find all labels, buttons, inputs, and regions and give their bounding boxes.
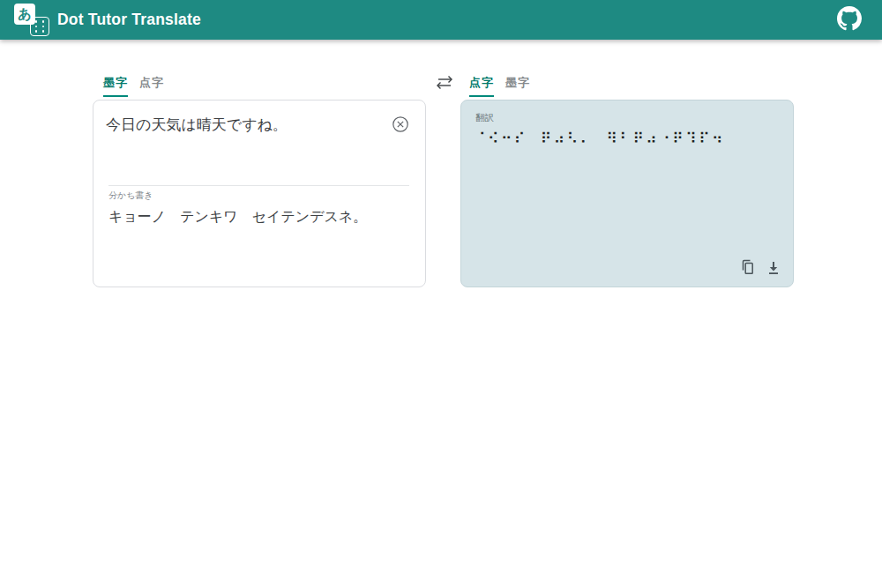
tab-left-sumiji[interactable]: 墨字 [103,75,128,97]
github-icon [837,6,862,34]
tab-right-tenji[interactable]: 点字 [469,75,494,97]
wakachigaki-text: キョーノ テンキワ セイテンデスネ。 [108,207,411,227]
translation-label: 翻訳 [475,112,779,124]
source-text-input[interactable]: 今日の天気は晴天ですね。 [106,115,388,137]
app-logo-icon: あ [14,4,49,36]
clear-button[interactable] [392,115,409,133]
left-tab-bar: 墨字 点字 [103,75,164,97]
copy-button[interactable] [739,258,755,279]
output-panel: 翻訳 ⠈⠪⠒⠎⠀⠟⠴⠣⠄⠀⠻⠃⠟⠴⠐⠟⠹⠏⠲ [460,100,794,287]
input-panel: 今日の天気は晴天ですね。 分かち書き キョーノ テンキワ セイテンデスネ。 [93,100,426,287]
input-area: 今日の天気は晴天ですね。 [106,115,411,185]
kanji-a-square-icon: あ [14,4,35,25]
clear-circle-x-icon [392,123,409,136]
github-link[interactable] [836,7,863,33]
right-tab-bar: 点字 墨字 [469,75,530,97]
logo-character: あ [18,6,31,23]
braille-output-text: ⠈⠪⠒⠎⠀⠟⠴⠣⠄⠀⠻⠃⠟⠴⠐⠟⠹⠏⠲ [475,130,779,147]
section-divider [108,185,409,186]
output-actions [739,258,781,279]
tab-left-tenji[interactable]: 点字 [139,75,164,97]
swap-direction-button[interactable] [433,74,456,92]
copy-icon [739,265,755,279]
swap-arrows-icon [433,79,456,94]
download-button[interactable] [766,260,781,279]
main-content: 墨字 点字 点字 墨字 今日の天気は晴天ですね。 [0,40,882,588]
app-header: あ Dot Tutor Translate [0,0,882,40]
tab-right-sumiji[interactable]: 墨字 [505,75,530,97]
download-icon [766,265,781,279]
app-title: Dot Tutor Translate [57,11,201,29]
wakachigaki-label: 分かち書き [108,190,411,202]
